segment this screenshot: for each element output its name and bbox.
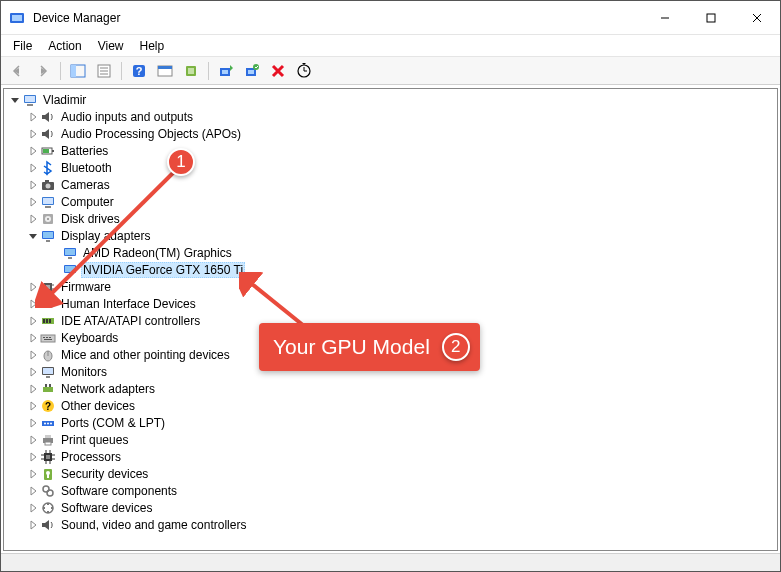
toolbar-separator: [121, 62, 122, 80]
update-driver-button[interactable]: [214, 60, 238, 82]
expand-icon[interactable]: [26, 467, 40, 481]
tree-node-label: Mice and other pointing devices: [59, 348, 232, 362]
expand-icon[interactable]: [26, 450, 40, 464]
menu-file[interactable]: File: [5, 37, 40, 55]
action-events-button[interactable]: [153, 60, 177, 82]
computer-icon: [40, 194, 56, 210]
tree-node-cameras[interactable]: Cameras: [4, 176, 777, 193]
expand-icon[interactable]: [26, 178, 40, 192]
close-button[interactable]: [734, 1, 780, 35]
disable-device-button[interactable]: [266, 60, 290, 82]
tree-root[interactable]: Vladimir: [4, 91, 777, 108]
tree-node-computer[interactable]: Computer: [4, 193, 777, 210]
scan-hardware-button[interactable]: [292, 60, 316, 82]
expand-icon[interactable]: [26, 518, 40, 532]
help-button[interactable]: ?: [127, 60, 151, 82]
expand-icon[interactable]: [26, 110, 40, 124]
svg-rect-28: [52, 150, 54, 152]
menu-action[interactable]: Action: [40, 37, 89, 55]
device-tree[interactable]: VladimirAudio inputs and outputsAudio Pr…: [3, 88, 778, 551]
app-icon: [9, 10, 25, 26]
tree-node-audio-io[interactable]: Audio inputs and outputs: [4, 108, 777, 125]
maximize-button[interactable]: [688, 1, 734, 35]
svg-rect-55: [46, 299, 50, 302]
annotation-callout-text: Your GPU Model: [273, 335, 430, 359]
tree-node-label: Human Interface Devices: [59, 297, 198, 311]
tree-node-label: Software components: [59, 484, 179, 498]
tree-node-nvidia[interactable]: NVIDIA GeForce GTX 1650 Ti: [4, 261, 777, 278]
tree-node-label: Vladimir: [41, 93, 88, 107]
tree-node-processors[interactable]: Processors: [4, 448, 777, 465]
monitor-icon: [62, 262, 78, 278]
svg-rect-70: [43, 387, 53, 392]
svg-rect-46: [65, 266, 75, 272]
collapse-icon[interactable]: [26, 229, 40, 243]
expand-icon[interactable]: [26, 382, 40, 396]
tree-node-label: Software devices: [59, 501, 154, 515]
tree-node-other[interactable]: ?Other devices: [4, 397, 777, 414]
expand-icon[interactable]: [26, 280, 40, 294]
expand-icon[interactable]: [26, 433, 40, 447]
tree-node-bluetooth[interactable]: Bluetooth: [4, 159, 777, 176]
expand-icon[interactable]: [26, 314, 40, 328]
expand-icon[interactable]: [26, 484, 40, 498]
monitor2-icon: [40, 364, 56, 380]
collapse-icon[interactable]: [8, 93, 22, 107]
keyboard-icon: [40, 330, 56, 346]
svg-rect-100: [43, 507, 45, 509]
annotation-badge-1: 1: [167, 148, 195, 176]
svg-rect-47: [68, 274, 72, 276]
network-icon: [40, 381, 56, 397]
expand-icon[interactable]: [26, 195, 40, 209]
svg-rect-21: [248, 70, 254, 74]
tree-node-display[interactable]: Display adapters: [4, 227, 777, 244]
svg-point-31: [46, 183, 51, 188]
svg-rect-57: [43, 319, 45, 323]
forward-button[interactable]: [31, 60, 55, 82]
unknown-icon: ?: [40, 398, 56, 414]
tree-node-label: Display adapters: [59, 229, 152, 243]
tree-node-printq[interactable]: Print queues: [4, 431, 777, 448]
tree-node-ports[interactable]: Ports (COM & LPT): [4, 414, 777, 431]
expand-icon[interactable]: [26, 161, 40, 175]
expand-icon[interactable]: [26, 297, 40, 311]
uninstall-device-button[interactable]: [240, 60, 264, 82]
tree-node-network[interactable]: Network adapters: [4, 380, 777, 397]
svg-rect-98: [47, 503, 49, 505]
bluetooth-icon: [40, 160, 56, 176]
tree-node-label: Cameras: [59, 178, 112, 192]
minimize-button[interactable]: [642, 1, 688, 35]
tree-node-disk[interactable]: Disk drives: [4, 210, 777, 227]
expand-icon[interactable]: [26, 127, 40, 141]
showhide-console-tree-button[interactable]: [66, 60, 90, 82]
tree-node-label: Print queues: [59, 433, 130, 447]
expand-icon[interactable]: [26, 416, 40, 430]
tree-node-hid[interactable]: Human Interface Devices: [4, 295, 777, 312]
tree-node-label: AMD Radeon(TM) Graphics: [81, 246, 234, 260]
svg-rect-83: [46, 455, 50, 459]
add-legacy-hardware-button[interactable]: [179, 60, 203, 82]
hid-icon: [40, 296, 56, 312]
tree-node-batteries[interactable]: Batteries: [4, 142, 777, 159]
expand-icon[interactable]: [26, 365, 40, 379]
properties-button[interactable]: [92, 60, 116, 82]
svg-rect-1: [12, 15, 22, 21]
tree-node-softdev[interactable]: Software devices: [4, 499, 777, 516]
back-button[interactable]: [5, 60, 29, 82]
tree-node-security[interactable]: Security devices: [4, 465, 777, 482]
tree-node-firmware[interactable]: Firmware: [4, 278, 777, 295]
menu-view[interactable]: View: [90, 37, 132, 55]
tree-node-softcomp[interactable]: Software components: [4, 482, 777, 499]
menu-help[interactable]: Help: [132, 37, 173, 55]
computer-root-icon: [22, 92, 38, 108]
expand-icon[interactable]: [26, 212, 40, 226]
expand-icon[interactable]: [26, 399, 40, 413]
expand-icon[interactable]: [26, 501, 40, 515]
expand-icon[interactable]: [26, 144, 40, 158]
svg-text:?: ?: [136, 65, 143, 77]
tree-node-audio-apo[interactable]: Audio Processing Objects (APOs): [4, 125, 777, 142]
expand-icon[interactable]: [26, 348, 40, 362]
tree-node-svgc[interactable]: Sound, video and game controllers: [4, 516, 777, 533]
expand-icon[interactable]: [26, 331, 40, 345]
tree-node-amd[interactable]: AMD Radeon(TM) Graphics: [4, 244, 777, 261]
